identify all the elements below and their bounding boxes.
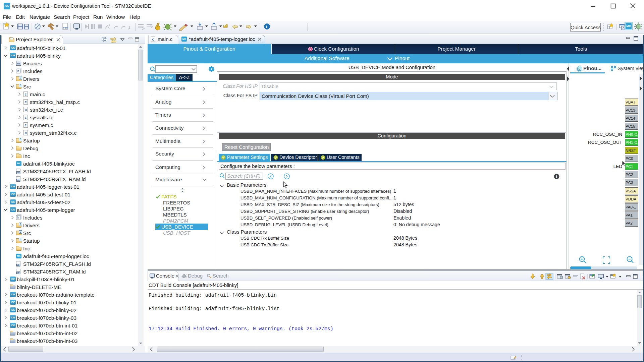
svg-text:010: 010 [63, 26, 68, 29]
svg-text:i: i [266, 24, 267, 29]
